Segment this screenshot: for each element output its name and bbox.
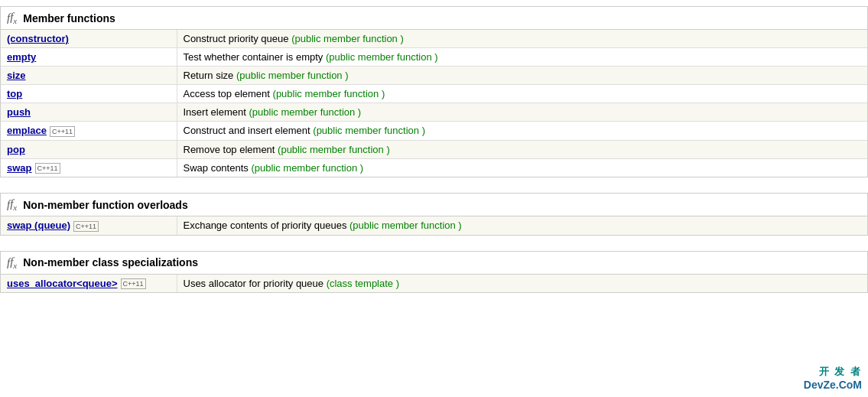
table-row[interactable]: swap (queue)C++11Exchange contents of pr… <box>1 216 867 235</box>
section-header-non-member-overloads: fxNon-member function overloads <box>1 194 867 216</box>
func-desc-text: Access top element <box>184 88 273 99</box>
section-header-member-functions: fxMember functions <box>1 7 867 30</box>
func-name-link[interactable]: uses_allocator<queue> <box>7 278 118 289</box>
func-name-link[interactable]: swap <box>7 162 32 174</box>
func-name-link[interactable]: (constructor) <box>7 33 69 44</box>
section-title: Non-member function overloads <box>23 199 187 211</box>
func-name-link[interactable]: empty <box>7 51 36 63</box>
func-desc-text: Insert element <box>184 106 249 118</box>
fx-icon: fx <box>7 255 17 270</box>
section-header-non-member-specializations: fxNon-member class specializations <box>1 252 867 275</box>
func-desc-cell: Access top element (public member functi… <box>177 85 867 103</box>
section-title: Member functions <box>23 12 115 24</box>
public-tag: (public member function ) <box>273 88 385 99</box>
func-desc-text: Uses allocator for priority queue <box>184 278 327 289</box>
table-row[interactable]: (constructor)Construct priority queue (p… <box>1 30 867 48</box>
public-tag: (public member function ) <box>249 106 362 118</box>
cpp11-badge: C++11 <box>73 221 99 232</box>
func-name-cell: swap (queue)C++11 <box>1 216 177 235</box>
func-desc-cell: Exchange contents of priority queues (pu… <box>177 216 867 235</box>
func-name-cell: emplaceC++11 <box>1 122 177 141</box>
func-desc-text: Exchange contents of priority queues <box>184 220 350 231</box>
table-row[interactable]: topAccess top element (public member fun… <box>1 85 867 103</box>
public-tag: (public member function ) <box>313 125 425 136</box>
section-non-member-overloads: fxNon-member function overloadsswap (que… <box>0 193 868 236</box>
public-tag: (public member function ) <box>251 162 363 174</box>
table-row[interactable]: uses_allocator<queue>C++11Uses allocator… <box>1 275 867 293</box>
cpp11-badge: C++11 <box>50 126 75 137</box>
public-tag: (public member function ) <box>236 70 349 81</box>
func-name-link[interactable]: pop <box>7 144 25 155</box>
fx-icon: fx <box>7 11 17 25</box>
func-name-cell: size <box>1 67 177 85</box>
func-desc-cell: Insert element (public member function ) <box>177 103 867 122</box>
table-row[interactable]: pushInsert element (public member functi… <box>1 103 867 122</box>
func-name-cell: top <box>1 85 177 103</box>
table-row[interactable]: emplaceC++11Construct and insert element… <box>1 122 867 141</box>
table-row[interactable]: swapC++11Swap contents (public member fu… <box>1 158 867 177</box>
func-name-link[interactable]: size <box>7 70 26 81</box>
func-desc-cell: Uses allocator for priority queue (class… <box>177 275 867 293</box>
func-desc-cell: Construct and insert element (public mem… <box>177 122 867 141</box>
cpp11-badge: C++11 <box>121 278 146 289</box>
section-member-functions: fxMember functions(constructor)Construct… <box>0 6 868 177</box>
func-name-cell: push <box>1 103 177 122</box>
func-name-cell: (constructor) <box>1 30 177 48</box>
func-name-link[interactable]: top <box>7 88 22 99</box>
section-non-member-specializations: fxNon-member class specializationsuses_a… <box>0 251 868 294</box>
func-name-cell: swapC++11 <box>1 158 177 177</box>
public-tag: (public member function ) <box>278 144 390 155</box>
cpp11-badge: C++11 <box>35 163 60 174</box>
table-row[interactable]: sizeReturn size (public member function … <box>1 67 867 85</box>
func-desc-cell: Test whether container is empty (public … <box>177 48 867 67</box>
func-desc-text: Swap contents <box>184 162 252 174</box>
func-desc-text: Construct and insert element <box>184 125 314 136</box>
public-tag: (public member function ) <box>291 33 404 44</box>
public-tag: (public member function ) <box>349 220 462 231</box>
func-desc-text: Construct priority queue <box>184 33 292 44</box>
table-row[interactable]: emptyTest whether container is empty (pu… <box>1 48 867 67</box>
public-tag: (public member function ) <box>326 51 438 63</box>
func-desc-text: Return size <box>184 70 236 81</box>
func-desc-text: Remove top element <box>184 144 278 155</box>
section-table-non-member-specializations: uses_allocator<queue>C++11Uses allocator… <box>1 275 867 293</box>
section-table-member-functions: (constructor)Construct priority queue (p… <box>1 30 867 177</box>
func-name-cell: uses_allocator<queue>C++11 <box>1 275 177 293</box>
func-desc-cell: Swap contents (public member function ) <box>177 158 867 177</box>
func-desc-text: Test whether container is empty <box>184 51 326 63</box>
func-desc-cell: Construct priority queue (public member … <box>177 30 867 48</box>
fx-icon: fx <box>7 197 17 212</box>
table-row[interactable]: popRemove top element (public member fun… <box>1 140 867 158</box>
public-tag: (class template ) <box>327 278 399 289</box>
func-desc-cell: Return size (public member function ) <box>177 67 867 85</box>
func-name-link[interactable]: swap (queue) <box>7 220 70 231</box>
section-table-non-member-overloads: swap (queue)C++11Exchange contents of pr… <box>1 216 867 235</box>
func-desc-cell: Remove top element (public member functi… <box>177 140 867 158</box>
func-name-link[interactable]: emplace <box>7 125 47 136</box>
func-name-cell: pop <box>1 140 177 158</box>
func-name-cell: empty <box>1 48 177 67</box>
func-name-link[interactable]: push <box>7 106 31 118</box>
section-title: Non-member class specializations <box>23 256 198 268</box>
